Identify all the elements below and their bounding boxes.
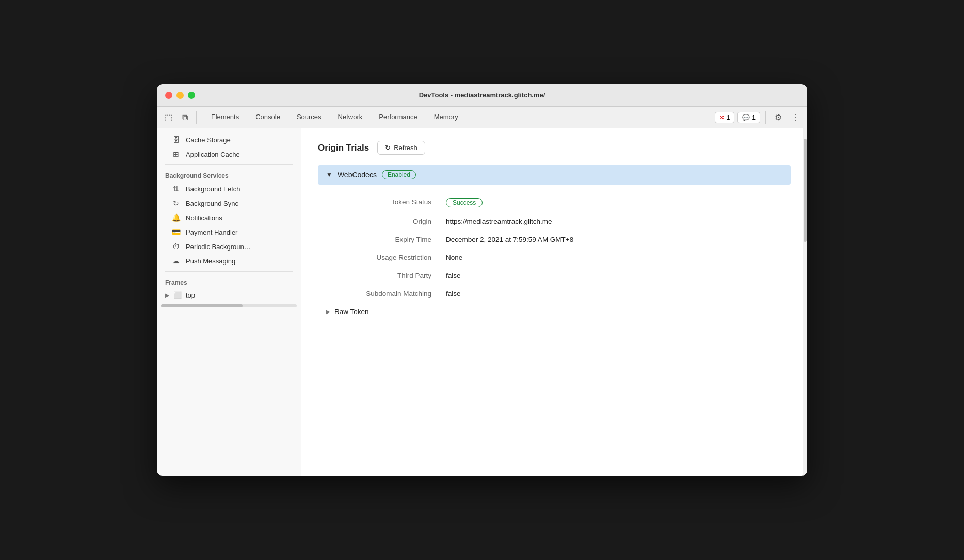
title-bar: DevTools - mediastreamtrack.glitch.me/ (157, 84, 807, 107)
right-separator (765, 111, 766, 124)
background-fetch-icon: ⇅ (171, 185, 181, 193)
webcodecs-row[interactable]: ▼ WebCodecs Enabled (318, 165, 791, 185)
sidebar-item-cache-storage[interactable]: 🗄 Cache Storage (157, 133, 301, 147)
tab-console[interactable]: Console (247, 107, 288, 128)
table-row-token-status: Token Status Success (318, 193, 791, 212)
token-status-key: Token Status (318, 193, 442, 212)
origin-value: https://mediastreamtrack.glitch.me (442, 212, 791, 230)
expiry-time-value: December 2, 2021 at 7:59:59 AM GMT+8 (442, 230, 791, 249)
main-layout: 🗄 Cache Storage ⊞ Application Cache Back… (157, 128, 807, 476)
info-badge-button[interactable]: 💬 1 (737, 112, 760, 123)
table-row-third-party: Third Party false (318, 267, 791, 285)
content-area: Origin Trials ↻ Refresh ▼ WebCodecs Enab… (301, 128, 807, 476)
settings-button[interactable]: ⚙ (771, 110, 785, 125)
subdomain-matching-value: false (442, 285, 791, 303)
sidebar-item-background-sync[interactable]: ↻ Background Sync (157, 196, 301, 210)
payment-handler-icon: 💳 (171, 228, 181, 236)
traffic-lights (165, 92, 195, 99)
frames-top-item[interactable]: ▶ ⬜ top (157, 288, 301, 302)
sidebar-item-periodic-background-label: Periodic Backgroun… (186, 243, 251, 251)
raw-token-arrow-icon: ▶ (326, 309, 330, 315)
sidebar-scrollbar-thumb (161, 304, 243, 307)
usage-restriction-value: None (442, 249, 791, 267)
application-cache-icon: ⊞ (171, 150, 181, 158)
frames-title: Frames (157, 275, 301, 288)
periodic-background-icon: ⏱ (171, 242, 181, 251)
notifications-icon: 🔔 (171, 213, 181, 222)
cache-storage-icon: 🗄 (171, 136, 181, 144)
usage-restriction-key: Usage Restriction (318, 249, 442, 267)
tab-sources[interactable]: Sources (288, 107, 330, 128)
push-messaging-icon: ☁ (171, 257, 181, 265)
table-row-usage-restriction: Usage Restriction None (318, 249, 791, 267)
frames-top-label: top (186, 291, 195, 299)
sidebar: 🗄 Cache Storage ⊞ Application Cache Back… (157, 128, 301, 476)
error-icon: ✕ (719, 114, 725, 121)
tab-bar-left-controls: ⬚ ⧉ (161, 107, 199, 128)
enabled-badge: Enabled (382, 170, 416, 179)
sidebar-divider-1 (165, 164, 293, 165)
tab-elements[interactable]: Elements (203, 107, 247, 128)
sidebar-item-background-fetch[interactable]: ⇅ Background Fetch (157, 182, 301, 196)
collapse-arrow-icon: ▼ (326, 171, 332, 178)
frame-folder-icon: ⬜ (173, 291, 182, 299)
select-tool-button[interactable]: ⬚ (161, 110, 175, 125)
webcodecs-label: WebCodecs (338, 171, 377, 179)
sidebar-divider-2 (165, 271, 293, 272)
background-sync-icon: ↻ (171, 199, 181, 207)
sidebar-item-push-messaging-label: Push Messaging (186, 257, 235, 265)
table-row-subdomain-matching: Subdomain Matching false (318, 285, 791, 303)
tab-bar-right-controls: ✕ 1 💬 1 ⚙ ⋮ (715, 107, 803, 128)
subdomain-matching-key: Subdomain Matching (318, 285, 442, 303)
sidebar-item-payment-handler[interactable]: 💳 Payment Handler (157, 225, 301, 239)
raw-token-label: Raw Token (334, 308, 369, 316)
sidebar-item-notifications[interactable]: 🔔 Notifications (157, 210, 301, 225)
devtools-window: DevTools - mediastreamtrack.glitch.me/ ⬚… (157, 84, 807, 476)
info-count: 1 (752, 114, 756, 121)
refresh-label: Refresh (394, 144, 417, 152)
third-party-key: Third Party (318, 267, 442, 285)
chevron-right-icon: ▶ (165, 292, 169, 298)
minimize-button[interactable] (176, 92, 184, 99)
sidebar-scrollbar[interactable] (161, 304, 297, 307)
content-scrollbar-thumb (804, 139, 807, 242)
sidebar-item-payment-handler-label: Payment Handler (186, 228, 237, 236)
device-toolbar-button[interactable]: ⧉ (178, 110, 192, 125)
maximize-button[interactable] (188, 92, 195, 99)
sidebar-item-background-fetch-label: Background Fetch (186, 185, 240, 193)
sidebar-item-push-messaging[interactable]: ☁ Push Messaging (157, 254, 301, 268)
sidebar-item-background-sync-label: Background Sync (186, 200, 238, 207)
tab-list: Elements Console Sources Network Perform… (203, 107, 715, 128)
sidebar-item-periodic-background[interactable]: ⏱ Periodic Backgroun… (157, 239, 301, 254)
sidebar-item-application-cache-label: Application Cache (186, 151, 240, 158)
error-count: 1 (727, 114, 730, 121)
table-row-origin: Origin https://mediastreamtrack.glitch.m… (318, 212, 791, 230)
tab-performance[interactable]: Performance (371, 107, 425, 128)
success-badge: Success (446, 198, 483, 207)
page-title: Origin Trials (318, 143, 369, 153)
window-title: DevTools - mediastreamtrack.glitch.me/ (419, 91, 545, 99)
third-party-value: false (442, 267, 791, 285)
sidebar-item-cache-storage-label: Cache Storage (186, 136, 231, 144)
origin-key: Origin (318, 212, 442, 230)
close-button[interactable] (165, 92, 172, 99)
table-row-expiry-time: Expiry Time December 2, 2021 at 7:59:59 … (318, 230, 791, 249)
raw-token-row[interactable]: ▶ Raw Token (318, 303, 791, 321)
background-services-title: Background Services (157, 168, 301, 182)
sidebar-item-notifications-label: Notifications (186, 214, 222, 222)
sidebar-item-application-cache[interactable]: ⊞ Application Cache (157, 147, 301, 161)
error-badge-button[interactable]: ✕ 1 (715, 112, 735, 123)
token-status-value: Success (442, 193, 791, 212)
data-table: Token Status Success Origin https://medi… (318, 193, 791, 303)
more-options-button[interactable]: ⋮ (789, 110, 803, 125)
tab-network[interactable]: Network (330, 107, 371, 128)
refresh-button[interactable]: ↻ Refresh (377, 141, 425, 155)
tab-separator (196, 111, 197, 124)
tab-memory[interactable]: Memory (426, 107, 467, 128)
info-icon: 💬 (742, 114, 750, 121)
expiry-time-key: Expiry Time (318, 230, 442, 249)
tab-bar: ⬚ ⧉ Elements Console Sources Network Per… (157, 107, 807, 128)
refresh-icon: ↻ (385, 144, 391, 152)
content-scrollbar[interactable] (803, 128, 807, 476)
content-header: Origin Trials ↻ Refresh (318, 141, 791, 155)
